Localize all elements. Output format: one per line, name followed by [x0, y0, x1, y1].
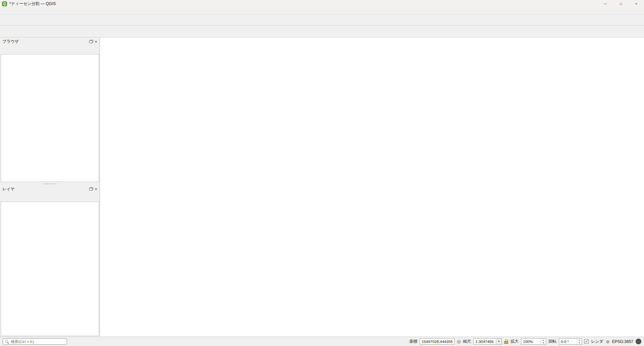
- window-title: *ティーセン分割 — QGIS: [9, 1, 56, 7]
- messages-icon[interactable]: ⋯: [636, 339, 641, 344]
- float-panel-icon[interactable]: [89, 41, 93, 43]
- layers-toolbar: [0, 193, 100, 202]
- browser-panel-title: ブラウザ: [2, 39, 19, 45]
- browser-toolbar: [0, 46, 100, 54]
- title-bar: Q *ティーセン分割 — QGIS ─ □ ×: [0, 0, 644, 7]
- scale-label: 縮尺: [463, 339, 471, 344]
- coordinate-box[interactable]: [420, 338, 455, 345]
- sidebar: ブラウザ × レイヤ ×: [0, 38, 100, 337]
- panel-splitter[interactable]: [0, 183, 100, 185]
- map-canvas-svg[interactable]: [100, 38, 644, 337]
- locator-search[interactable]: [3, 338, 67, 345]
- magnifier-label: 拡大: [511, 339, 519, 344]
- toolbar-main: [0, 15, 644, 25]
- search-input[interactable]: [10, 339, 65, 344]
- magnifier-input[interactable]: [521, 340, 541, 344]
- extents-icon[interactable]: ◎: [457, 339, 461, 344]
- spinner-arrows-icon[interactable]: ▲▼: [541, 339, 546, 344]
- float-panel-icon[interactable]: [89, 188, 93, 191]
- render-checkbox[interactable]: ✓: [584, 339, 589, 344]
- minimize-button[interactable]: ─: [598, 0, 613, 7]
- crs-indicator[interactable]: EPSG:3857: [612, 339, 633, 344]
- browser-panel: ブラウザ ×: [0, 38, 100, 183]
- menu-bar: [0, 7, 644, 15]
- status-bar: 座標 ◎ 縮尺 ▼ 拡大 ▲▼ 回転 ▲▼ ✓ レンダ ⊕ EPSG:3857 …: [0, 337, 644, 346]
- close-button[interactable]: ×: [629, 0, 644, 7]
- coordinate-label: 座標: [409, 339, 417, 344]
- coordinate-input[interactable]: [420, 340, 454, 344]
- layers-panel-title: レイヤ: [2, 186, 15, 192]
- maximize-button[interactable]: □: [613, 0, 629, 7]
- spinner-arrows-icon[interactable]: ▲▼: [577, 339, 582, 344]
- magnifier-spinbox[interactable]: ▲▼: [521, 338, 546, 345]
- layers-panel: レイヤ ×: [0, 185, 100, 337]
- rotation-input[interactable]: [559, 340, 577, 344]
- chevron-down-icon[interactable]: ▼: [496, 339, 502, 344]
- toolbar-data-source: [0, 25, 644, 38]
- rotation-label: 回転: [548, 339, 557, 344]
- rotation-spinbox[interactable]: ▲▼: [559, 338, 582, 345]
- close-panel-icon[interactable]: ×: [95, 40, 97, 44]
- render-label: レンダ: [591, 339, 603, 344]
- scale-combo[interactable]: ▼: [473, 338, 502, 345]
- close-panel-icon[interactable]: ×: [95, 187, 97, 191]
- qgis-logo-icon: Q: [2, 1, 7, 6]
- scale-input[interactable]: [474, 340, 496, 344]
- lock-scale-icon[interactable]: [504, 341, 508, 344]
- layers-tree: [1, 202, 99, 336]
- browser-tree: [1, 54, 99, 182]
- map-canvas[interactable]: [100, 38, 644, 337]
- crs-globe-icon: ⊕: [606, 339, 610, 344]
- search-icon: [5, 340, 8, 343]
